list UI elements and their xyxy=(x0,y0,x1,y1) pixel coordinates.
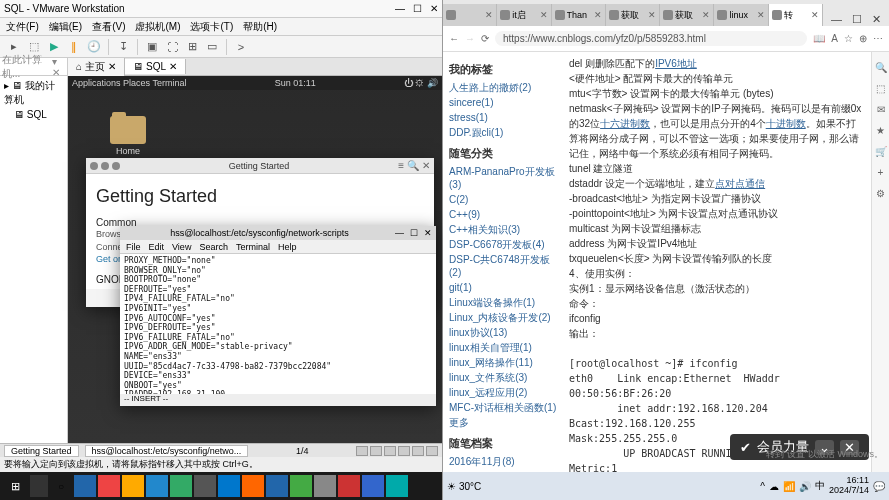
tab-close-icon[interactable]: ✕ xyxy=(485,10,493,20)
menu-tabs[interactable]: 选项卡(T) xyxy=(190,20,233,34)
side-tool-icon[interactable]: ★ xyxy=(876,125,885,136)
task-search-icon[interactable] xyxy=(30,475,48,497)
sidebar-link[interactable]: 人生路上的撒娇(2) xyxy=(449,80,557,95)
status-tab-term[interactable]: hss@localhost:/etc/sysconfig/netwo... xyxy=(85,445,249,457)
toolbar-fit-icon[interactable]: ▭ xyxy=(204,39,220,55)
sidebar-search[interactable]: 在此计算机...▾ ✕ xyxy=(0,58,67,76)
sidebar-link[interactable]: git(1) xyxy=(449,280,557,295)
maximize-icon[interactable]: ☐ xyxy=(413,3,422,14)
dev-icon[interactable] xyxy=(426,446,438,456)
weather-widget[interactable]: ☀ 30°C xyxy=(447,481,481,492)
gs-min-icon[interactable] xyxy=(101,162,109,170)
menu-file[interactable]: 文件(F) xyxy=(6,20,39,34)
url-field[interactable]: https://www.cnblogs.com/yfz0/p/5859283.h… xyxy=(495,31,807,46)
browser-tab[interactable]: Than✕ xyxy=(552,4,606,26)
edge-max-icon[interactable]: ☐ xyxy=(852,13,862,26)
fav-icon[interactable]: ☆ xyxy=(844,33,853,44)
sidebar-link[interactable]: ARM-PananaPro开发板(3) xyxy=(449,164,557,192)
sidebar-link[interactable]: 2016年11月(8) xyxy=(449,454,557,469)
status-tab-gs[interactable]: Getting Started xyxy=(4,445,79,457)
start-button[interactable]: ⊞ xyxy=(2,475,28,497)
sidebar-link[interactable]: DSP-C6678开发板(4) xyxy=(449,237,557,252)
task-app-icon[interactable] xyxy=(194,475,216,497)
side-tool-icon[interactable]: ⬚ xyxy=(876,83,885,94)
sidebar-link[interactable]: MFC-对话框相关函数(1) xyxy=(449,400,557,415)
tab-sql[interactable]: 🖥 SQL ✕ xyxy=(125,59,186,74)
refresh-icon[interactable]: ⟳ xyxy=(481,33,489,44)
hex-link[interactable]: 十六进制数 xyxy=(600,118,650,129)
task-app-icon[interactable] xyxy=(386,475,408,497)
menu-view[interactable]: 查看(V) xyxy=(92,20,125,34)
side-settings-icon[interactable]: ⚙ xyxy=(876,188,885,199)
sidebar-link[interactable]: sincere(1) xyxy=(449,95,557,110)
toolbar-snapshot-icon[interactable]: 🕘 xyxy=(86,39,102,55)
toolbar-console-icon[interactable]: > xyxy=(233,39,249,55)
p2p-link[interactable]: 点对点通信 xyxy=(715,178,765,189)
sidebar-link[interactable]: Linux_内核设备开发(2) xyxy=(449,310,557,325)
sidebar-link[interactable]: DDP.跟cli(1) xyxy=(449,125,557,140)
pause-icon[interactable]: ‖ xyxy=(66,39,82,55)
tab-close-icon[interactable]: ✕ xyxy=(594,10,602,20)
sidebar-link[interactable]: linux_文件系统(3) xyxy=(449,370,557,385)
sidebar-link[interactable]: linux协议(13) xyxy=(449,325,557,340)
sidebar-link[interactable]: linux_远程应用(2) xyxy=(449,385,557,400)
browser-tab[interactable]: 转✕ xyxy=(769,4,823,26)
gs-max-icon[interactable] xyxy=(112,162,120,170)
minimize-icon[interactable]: — xyxy=(395,3,405,14)
tray-wifi-icon[interactable]: 📶 xyxy=(783,481,795,492)
toolbar-fullscreen-icon[interactable]: ⛶ xyxy=(164,39,180,55)
term-menu-file[interactable]: File xyxy=(126,242,141,252)
windows-taskbar-left[interactable]: ⊞ ○ xyxy=(0,472,442,500)
task-vmware-icon[interactable] xyxy=(242,475,264,497)
windows-taskbar-right[interactable]: ☀ 30°C ^ ☁ 📶 🔊 中 16:11 2024/7/14 💬 xyxy=(443,472,889,500)
task-app-icon[interactable] xyxy=(338,475,360,497)
toolbar-send-icon[interactable]: ↧ xyxy=(115,39,131,55)
desktop-home-folder[interactable]: Home xyxy=(108,116,148,156)
task-app-icon[interactable] xyxy=(314,475,336,497)
gs-close2-icon[interactable]: ✕ xyxy=(422,160,430,171)
task-cortana-icon[interactable]: ○ xyxy=(50,475,72,497)
sidebar-link[interactable]: DSP-C共C6748开发板(2) xyxy=(449,252,557,280)
toolbar-stretch-icon[interactable]: ⊞ xyxy=(184,39,200,55)
tab-close-icon[interactable]: ✕ xyxy=(648,10,656,20)
zoom-icon[interactable]: A xyxy=(831,33,838,44)
tray-chevron-icon[interactable]: ^ xyxy=(760,481,765,492)
vmware-title-bar[interactable]: SQL - VMware Workstation — ☐ ✕ xyxy=(0,0,442,18)
dev-icon[interactable] xyxy=(398,446,410,456)
close-icon[interactable]: ✕ xyxy=(430,3,438,14)
task-app-icon[interactable] xyxy=(362,475,384,497)
sidebar-link[interactable]: linux_网络操作(11) xyxy=(449,355,557,370)
toolbar-unity-icon[interactable]: ▣ xyxy=(144,39,160,55)
term-max-icon[interactable]: ☐ xyxy=(410,228,418,238)
menu-vm[interactable]: 虚拟机(M) xyxy=(135,20,180,34)
browser-tab[interactable]: 获取✕ xyxy=(660,4,714,26)
term-menu-terminal[interactable]: Terminal xyxy=(236,242,270,252)
dev-icon[interactable] xyxy=(370,446,382,456)
linux-clock[interactable]: Sun 01:11 xyxy=(194,78,396,88)
edge-min-icon[interactable]: — xyxy=(831,13,842,26)
sidebar-link[interactable]: 更多 xyxy=(449,415,557,430)
tray-notif-icon[interactable]: 💬 xyxy=(873,481,885,492)
browser-tab[interactable]: linux✕ xyxy=(714,4,768,26)
side-tool-icon[interactable]: 🛒 xyxy=(875,146,887,157)
task-edge-icon[interactable] xyxy=(146,475,168,497)
term-menu-view[interactable]: View xyxy=(172,242,191,252)
sidebar-link[interactable]: linux相关自管理(1) xyxy=(449,340,557,355)
term-close-icon[interactable]: ✕ xyxy=(424,228,432,238)
browser-tab[interactable]: 获取✕ xyxy=(606,4,660,26)
gs-search-icon[interactable]: 🔍 xyxy=(407,160,419,171)
dev-icon[interactable] xyxy=(356,446,368,456)
task-app-icon[interactable] xyxy=(98,475,120,497)
sidebar-link[interactable]: Linux端设备操作(1) xyxy=(449,295,557,310)
linux-top-bar[interactable]: Applications Places Terminal Sun 01:11 ⏻… xyxy=(68,76,442,90)
browser-tab[interactable]: it启✕ xyxy=(497,4,551,26)
back-icon[interactable]: ← xyxy=(449,33,459,44)
side-search-icon[interactable]: 🔍 xyxy=(875,62,887,73)
dec-link[interactable]: 十进制数 xyxy=(766,118,806,129)
linux-systray[interactable]: ⏻ ⚙ 🔊 xyxy=(404,78,438,88)
gs-close-icon[interactable] xyxy=(90,162,98,170)
terminal-content[interactable]: PROXY_METHOD="none" BROWSER_ONLY="no" BO… xyxy=(120,254,436,394)
tray-volume-icon[interactable]: 🔊 xyxy=(799,481,811,492)
linux-menu[interactable]: Applications Places Terminal xyxy=(72,78,186,88)
tab-home[interactable]: ⌂ 主页 ✕ xyxy=(68,58,125,76)
